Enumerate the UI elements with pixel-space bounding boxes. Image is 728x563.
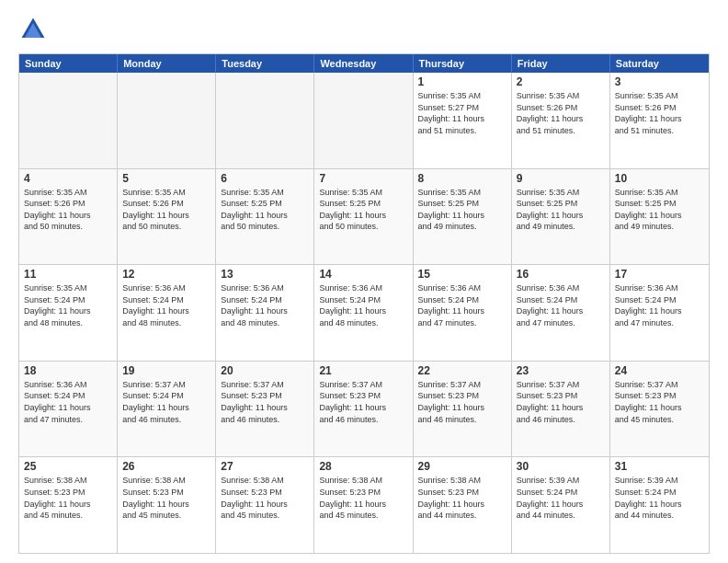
day-number: 5 <box>122 172 210 185</box>
empty-cell-0-2 <box>216 73 314 168</box>
day-number: 15 <box>418 268 506 281</box>
cell-info: Sunrise: 5:38 AMSunset: 5:23 PMDaylight:… <box>319 475 407 521</box>
day-cell-9: 9Sunrise: 5:35 AMSunset: 5:25 PMDaylight… <box>512 169 610 265</box>
day-cell-7: 7Sunrise: 5:35 AMSunset: 5:25 PMDaylight… <box>314 169 413 265</box>
weekday-header-saturday: Saturday <box>610 54 709 73</box>
day-number: 29 <box>418 460 506 473</box>
day-number: 7 <box>319 172 407 185</box>
day-cell-24: 24Sunrise: 5:37 AMSunset: 5:23 PMDayligh… <box>610 362 709 457</box>
cell-info: Sunrise: 5:36 AMSunset: 5:24 PMDaylight:… <box>319 282 407 328</box>
cell-info: Sunrise: 5:35 AMSunset: 5:27 PMDaylight:… <box>418 90 506 136</box>
day-number: 3 <box>615 75 704 88</box>
day-cell-2: 2Sunrise: 5:35 AMSunset: 5:26 PMDaylight… <box>512 73 610 168</box>
day-cell-16: 16Sunrise: 5:36 AMSunset: 5:24 PMDayligh… <box>512 265 610 361</box>
day-cell-3: 3Sunrise: 5:35 AMSunset: 5:26 PMDaylight… <box>610 73 709 168</box>
cell-info: Sunrise: 5:37 AMSunset: 5:23 PMDaylight:… <box>319 379 407 425</box>
cell-info: Sunrise: 5:35 AMSunset: 5:25 PMDaylight:… <box>418 187 506 233</box>
cell-info: Sunrise: 5:37 AMSunset: 5:23 PMDaylight:… <box>418 379 506 425</box>
cell-info: Sunrise: 5:35 AMSunset: 5:25 PMDaylight:… <box>517 187 605 233</box>
day-cell-29: 29Sunrise: 5:38 AMSunset: 5:23 PMDayligh… <box>414 457 512 553</box>
day-cell-27: 27Sunrise: 5:38 AMSunset: 5:23 PMDayligh… <box>216 457 314 553</box>
day-number: 31 <box>615 460 704 473</box>
calendar: SundayMondayTuesdayWednesdayThursdayFrid… <box>18 53 710 554</box>
cell-info: Sunrise: 5:36 AMSunset: 5:24 PMDaylight:… <box>122 282 210 328</box>
day-cell-31: 31Sunrise: 5:39 AMSunset: 5:24 PMDayligh… <box>610 457 709 553</box>
calendar-body: 1Sunrise: 5:35 AMSunset: 5:27 PMDaylight… <box>19 73 709 553</box>
day-number: 22 <box>418 364 506 377</box>
day-cell-8: 8Sunrise: 5:35 AMSunset: 5:25 PMDaylight… <box>414 169 512 265</box>
calendar-row-4: 25Sunrise: 5:38 AMSunset: 5:23 PMDayligh… <box>19 457 709 553</box>
cell-info: Sunrise: 5:37 AMSunset: 5:24 PMDaylight:… <box>122 379 210 425</box>
cell-info: Sunrise: 5:35 AMSunset: 5:26 PMDaylight:… <box>24 187 112 233</box>
calendar-row-2: 11Sunrise: 5:35 AMSunset: 5:24 PMDayligh… <box>19 265 709 362</box>
day-number: 24 <box>615 364 704 377</box>
cell-info: Sunrise: 5:39 AMSunset: 5:24 PMDaylight:… <box>615 475 704 521</box>
day-number: 2 <box>517 75 605 88</box>
day-cell-1: 1Sunrise: 5:35 AMSunset: 5:27 PMDaylight… <box>414 73 512 168</box>
day-number: 27 <box>221 460 309 473</box>
logo-icon <box>18 15 48 44</box>
cell-info: Sunrise: 5:35 AMSunset: 5:24 PMDaylight:… <box>24 282 112 328</box>
cell-info: Sunrise: 5:37 AMSunset: 5:23 PMDaylight:… <box>517 379 605 425</box>
weekday-header-tuesday: Tuesday <box>216 54 314 73</box>
cell-info: Sunrise: 5:36 AMSunset: 5:24 PMDaylight:… <box>24 379 112 425</box>
day-number: 23 <box>517 364 605 377</box>
day-number: 28 <box>319 460 407 473</box>
cell-info: Sunrise: 5:36 AMSunset: 5:24 PMDaylight:… <box>221 282 309 328</box>
day-cell-15: 15Sunrise: 5:36 AMSunset: 5:24 PMDayligh… <box>414 265 512 361</box>
day-cell-28: 28Sunrise: 5:38 AMSunset: 5:23 PMDayligh… <box>314 457 413 553</box>
cell-info: Sunrise: 5:37 AMSunset: 5:23 PMDaylight:… <box>615 379 704 425</box>
cell-info: Sunrise: 5:38 AMSunset: 5:23 PMDaylight:… <box>122 475 210 521</box>
cell-info: Sunrise: 5:35 AMSunset: 5:25 PMDaylight:… <box>319 187 407 233</box>
cell-info: Sunrise: 5:38 AMSunset: 5:23 PMDaylight:… <box>221 475 309 521</box>
cell-info: Sunrise: 5:39 AMSunset: 5:24 PMDaylight:… <box>517 475 605 521</box>
header <box>18 15 710 44</box>
day-cell-20: 20Sunrise: 5:37 AMSunset: 5:23 PMDayligh… <box>216 362 314 457</box>
day-number: 9 <box>517 172 605 185</box>
day-cell-19: 19Sunrise: 5:37 AMSunset: 5:24 PMDayligh… <box>118 362 216 457</box>
empty-cell-0-1 <box>118 73 216 168</box>
day-number: 30 <box>517 460 605 473</box>
calendar-row-0: 1Sunrise: 5:35 AMSunset: 5:27 PMDaylight… <box>19 73 709 169</box>
day-cell-4: 4Sunrise: 5:35 AMSunset: 5:26 PMDaylight… <box>19 169 118 265</box>
day-cell-14: 14Sunrise: 5:36 AMSunset: 5:24 PMDayligh… <box>314 265 413 361</box>
cell-info: Sunrise: 5:38 AMSunset: 5:23 PMDaylight:… <box>24 475 112 521</box>
day-cell-6: 6Sunrise: 5:35 AMSunset: 5:25 PMDaylight… <box>216 169 314 265</box>
day-cell-25: 25Sunrise: 5:38 AMSunset: 5:23 PMDayligh… <box>19 457 118 553</box>
day-cell-23: 23Sunrise: 5:37 AMSunset: 5:23 PMDayligh… <box>512 362 610 457</box>
day-number: 6 <box>221 172 309 185</box>
day-number: 17 <box>615 268 704 281</box>
day-cell-22: 22Sunrise: 5:37 AMSunset: 5:23 PMDayligh… <box>414 362 512 457</box>
day-cell-21: 21Sunrise: 5:37 AMSunset: 5:23 PMDayligh… <box>314 362 413 457</box>
day-cell-26: 26Sunrise: 5:38 AMSunset: 5:23 PMDayligh… <box>118 457 216 553</box>
day-number: 25 <box>24 460 112 473</box>
weekday-header-sunday: Sunday <box>19 54 118 73</box>
day-number: 10 <box>615 172 704 185</box>
empty-cell-0-0 <box>19 73 118 168</box>
day-number: 16 <box>517 268 605 281</box>
day-number: 19 <box>122 364 210 377</box>
empty-cell-0-3 <box>314 73 413 168</box>
weekday-header-monday: Monday <box>118 54 216 73</box>
cell-info: Sunrise: 5:35 AMSunset: 5:25 PMDaylight:… <box>221 187 309 233</box>
cell-info: Sunrise: 5:35 AMSunset: 5:26 PMDaylight:… <box>122 187 210 233</box>
cell-info: Sunrise: 5:35 AMSunset: 5:25 PMDaylight:… <box>615 187 704 233</box>
cell-info: Sunrise: 5:36 AMSunset: 5:24 PMDaylight:… <box>517 282 605 328</box>
day-number: 26 <box>122 460 210 473</box>
calendar-header: SundayMondayTuesdayWednesdayThursdayFrid… <box>19 54 709 73</box>
calendar-row-1: 4Sunrise: 5:35 AMSunset: 5:26 PMDaylight… <box>19 169 709 266</box>
day-cell-18: 18Sunrise: 5:36 AMSunset: 5:24 PMDayligh… <box>19 362 118 457</box>
day-cell-13: 13Sunrise: 5:36 AMSunset: 5:24 PMDayligh… <box>216 265 314 361</box>
cell-info: Sunrise: 5:36 AMSunset: 5:24 PMDaylight:… <box>418 282 506 328</box>
day-cell-30: 30Sunrise: 5:39 AMSunset: 5:24 PMDayligh… <box>512 457 610 553</box>
day-number: 18 <box>24 364 112 377</box>
weekday-header-friday: Friday <box>512 54 610 73</box>
day-cell-17: 17Sunrise: 5:36 AMSunset: 5:24 PMDayligh… <box>610 265 709 361</box>
day-cell-11: 11Sunrise: 5:35 AMSunset: 5:24 PMDayligh… <box>19 265 118 361</box>
calendar-row-3: 18Sunrise: 5:36 AMSunset: 5:24 PMDayligh… <box>19 362 709 458</box>
day-number: 21 <box>319 364 407 377</box>
day-cell-10: 10Sunrise: 5:35 AMSunset: 5:25 PMDayligh… <box>610 169 709 265</box>
day-number: 11 <box>24 268 112 281</box>
day-number: 20 <box>221 364 309 377</box>
cell-info: Sunrise: 5:38 AMSunset: 5:23 PMDaylight:… <box>418 475 506 521</box>
